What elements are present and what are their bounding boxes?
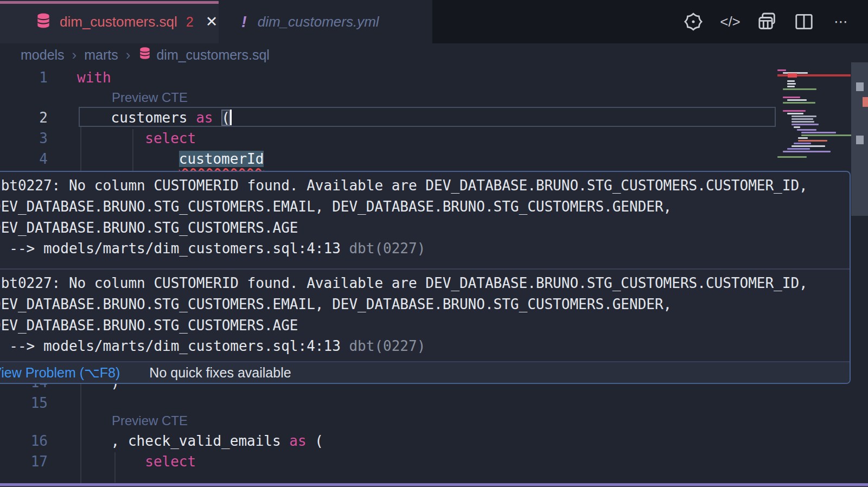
breadcrumb-file[interactable]: dim_customers.sql — [138, 46, 269, 64]
copy-table-icon[interactable] — [755, 10, 779, 34]
minimap-code-row — [787, 86, 795, 87]
code-text: customers as ( — [77, 107, 232, 128]
code-line[interactable]: 17 select — [0, 451, 868, 472]
code-line[interactable]: 3 select — [0, 128, 868, 149]
error-message-line: dbt0227: No column CUSTOMERID found. Ava… — [0, 273, 850, 294]
line-number: 17 — [0, 451, 48, 472]
error-message-block: dbt0227: No column CUSTOMERID found. Ava… — [0, 172, 850, 268]
code-line[interactable]: 1with — [0, 67, 868, 88]
minimap-code-row — [798, 137, 808, 139]
line-number: 1 — [0, 67, 48, 88]
tab-dim-customers-yml[interactable]: ! dim_customers.yml — [219, 0, 432, 43]
active-tab-accent — [0, 1, 219, 4]
database-icon — [138, 46, 152, 64]
more-actions-icon[interactable]: ⋯ — [829, 10, 853, 34]
minimap-code-row — [777, 156, 807, 158]
minimap-code-row — [783, 102, 815, 104]
code-text: with — [77, 67, 111, 88]
codelens-preview-cte[interactable]: Preview CTE — [112, 413, 188, 432]
error-message-line: DEV_DATABASE.BRUNO.STG_CUSTOMERS.AGE — [0, 217, 850, 239]
scrollbar-decoration — [856, 82, 864, 91]
vscode-window: dim_customers.sql 2 ✕ ! dim_customers.ym… — [0, 0, 868, 487]
minimap-code-row — [777, 69, 786, 71]
view-problem-link[interactable]: View Problem (⌥F8) — [0, 365, 120, 381]
error-message-line: DEV_DATABASE.BRUNO.STG_CUSTOMERS.EMAIL, … — [0, 294, 850, 315]
error-hover-popup: dbt0227: No column CUSTOMERID found. Ava… — [0, 171, 851, 384]
error-message-line: --> models/marts/dim_customers.sql:4:13 … — [0, 238, 850, 259]
minimap-code-row — [787, 99, 807, 101]
minimap-code-row — [794, 126, 800, 128]
code-text: select — [77, 128, 196, 149]
codelens-preview-cte[interactable]: Preview CTE — [112, 90, 188, 108]
minimap-code-row — [783, 97, 800, 98]
error-message-block: dbt0227: No column CUSTOMERID found. Ava… — [0, 268, 850, 365]
line-number: 15 — [0, 393, 48, 413]
minimap-code-row — [798, 140, 827, 142]
code-line[interactable]: 15 — [0, 393, 868, 413]
tab-dim-customers-sql[interactable]: dim_customers.sql 2 ✕ — [0, 0, 219, 43]
no-quick-fixes-label: No quick fixes available — [149, 365, 291, 381]
minimap-code-row — [792, 116, 816, 117]
code-line[interactable]: 4 customerId — [0, 149, 868, 169]
minimap-code-row — [801, 132, 836, 133]
minimap-code-row — [792, 118, 813, 120]
breadcrumb-models[interactable]: models — [21, 47, 65, 63]
text-cursor — [230, 110, 232, 125]
window-bottom-border — [0, 483, 868, 487]
breadcrumb: models › marts › dim_customers.sql — [0, 43, 868, 66]
error-icon: ! — [241, 13, 247, 31]
minimap-code-row — [792, 121, 814, 123]
code-line[interactable]: 16 , check_valid_emails as ( — [0, 431, 868, 451]
error-message-line: dbt0227: No column CUSTOMERID found. Ava… — [0, 175, 850, 196]
line-number: 16 — [0, 431, 48, 451]
tab-badge: 2 — [186, 14, 194, 30]
chevron-right-icon: › — [126, 47, 131, 63]
error-message-line: DEV_DATABASE.BRUNO.STG_CUSTOMERS.AGE — [0, 315, 850, 336]
minimap-code-row — [792, 145, 825, 147]
minimap-code-row — [783, 151, 831, 152]
minimap-code-row — [797, 129, 816, 131]
minimap-code-row — [792, 124, 819, 125]
error-message-line: DEV_DATABASE.BRUNO.STG_CUSTOMERS.EMAIL, … — [0, 196, 850, 217]
close-icon[interactable]: ✕ — [206, 13, 218, 30]
split-editor-icon[interactable] — [792, 10, 816, 34]
minimap-code-row — [787, 80, 795, 82]
scrollbar-decoration — [863, 97, 868, 107]
line-number: 4 — [0, 149, 48, 169]
tab-bar: dim_customers.sql 2 ✕ ! dim_customers.ym… — [0, 0, 868, 43]
chevron-right-icon: › — [72, 47, 77, 63]
code-text: select — [77, 451, 196, 472]
hover-status-bar: View Problem (⌥F8) No quick fixes availa… — [0, 361, 850, 383]
minimap-error-block — [788, 73, 797, 78]
breadcrumb-marts[interactable]: marts — [84, 47, 118, 63]
editor-actions: </> ⋯ — [681, 0, 853, 43]
tab-label: dim_customers.yml — [258, 14, 379, 30]
code-icon[interactable]: </> — [718, 10, 742, 34]
minimap-code-row — [787, 83, 796, 85]
minimap-code-row — [787, 113, 803, 114]
error-message-line: --> models/marts/dim_customers.sql:4:13 … — [0, 336, 850, 357]
database-icon — [35, 11, 52, 32]
minimap-code-row — [801, 134, 853, 136]
minimap-code-row — [794, 143, 811, 144]
dbt-icon[interactable] — [681, 10, 705, 34]
code-line[interactable]: 2 customers as ( — [0, 107, 868, 128]
line-number: 2 — [0, 107, 48, 128]
scrollbar-decoration — [856, 136, 864, 144]
line-number: 3 — [0, 128, 48, 149]
minimap-code-row — [783, 110, 806, 112]
minimap-code-row — [787, 148, 810, 150]
tab-label: dim_customers.sql — [60, 14, 177, 30]
code-text: , check_valid_emails as ( — [77, 431, 323, 451]
code-text: customerId — [77, 149, 264, 169]
minimap-code-row — [783, 88, 816, 90]
vertical-scrollbar[interactable] — [851, 66, 868, 487]
